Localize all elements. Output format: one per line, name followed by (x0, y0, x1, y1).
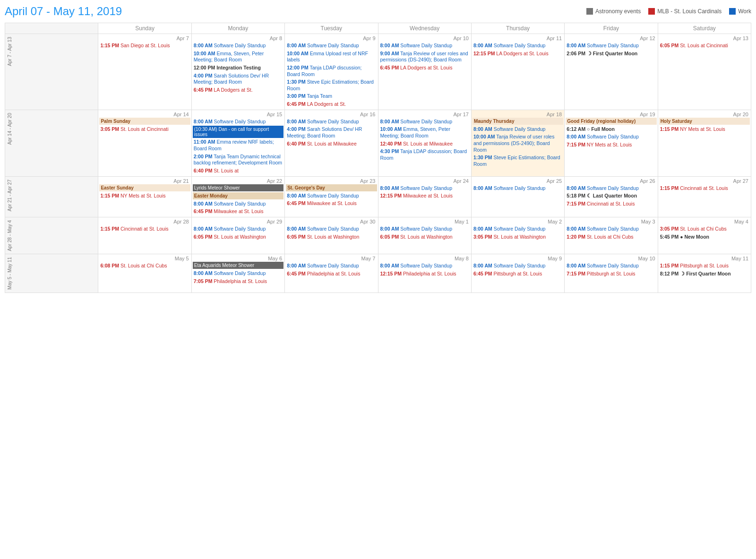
list-item[interactable]: 1:15 PM Cincinnati at St. Louis (659, 185, 750, 192)
list-item[interactable]: 6:45 PM LA Dodgers at St. Louis (379, 64, 470, 72)
list-item[interactable]: 5:18 PM ☾ Last Quarter Moon (566, 192, 656, 200)
table-row: May 108:00 AM Software Daily Standup7:15… (565, 254, 658, 293)
list-item[interactable]: 8:00 AM Software Daily Standup (472, 126, 563, 133)
list-item[interactable]: 6:45 PM LA Dodgers at St. (193, 86, 284, 94)
legend-work-label: Work (738, 8, 751, 15)
list-item[interactable]: 8:00 AM Software Daily Standup (472, 262, 563, 270)
list-item[interactable]: 8:00 AM Software Daily Standup (566, 262, 656, 270)
list-item[interactable]: 12:15 PM LA Dodgers at St. Louis (472, 50, 563, 58)
list-item[interactable]: 8:00 AM Software Daily Standup (286, 118, 377, 126)
list-item[interactable]: 1:15 PM San Diego at St. Louis (99, 42, 190, 50)
list-item[interactable]: 8:00 AM Software Daily Standup (286, 192, 377, 200)
list-item[interactable]: 8:00 AM Software Daily Standup (193, 200, 284, 208)
list-item[interactable]: 2:00 PM Tanja Team Dynamic technical bac… (193, 153, 284, 167)
table-row: Apr 71:15 PM San Diego at St. Louis (98, 34, 191, 110)
dow-sunday: Sunday (98, 23, 191, 34)
list-item[interactable]: 7:05 PM Philadelphia at St. Louis (193, 278, 284, 285)
list-item[interactable]: 12:00 PM Integration Testing (193, 64, 284, 72)
list-item[interactable]: 8:00 AM Software Daily Standup (566, 42, 656, 50)
list-item[interactable]: 8:00 AM Software Daily Standup (566, 133, 656, 141)
list-item[interactable]: 8:00 AM Software Daily Standup (193, 270, 284, 277)
list-item[interactable]: 8:00 AM Software Daily Standup (379, 118, 470, 126)
list-item[interactable]: 1:15 PM NY Mets at St. Louis (659, 126, 750, 133)
list-item[interactable]: (10:30 AM) Dan - on call for support iss… (193, 126, 284, 138)
list-item[interactable]: 6:45 PM Pittsburgh at St. Louis (472, 270, 563, 278)
meteor-banner: Lyrids Meteor Shower (193, 184, 284, 191)
list-item[interactable]: 6:40 PM St. Louis at Milwaukee (286, 140, 377, 148)
list-item[interactable]: 1:20 PM St. Louis at Chi Cubs (566, 233, 656, 241)
list-item[interactable]: 6:05 PM St. Louis at Washington (193, 233, 284, 241)
legend-work: Work (729, 8, 751, 15)
list-item[interactable]: 10:00 AM Emma Upload rest of NRF labels (286, 50, 377, 64)
list-item[interactable]: 10:00 AM Emma, Steven, Peter Meeting; Bo… (379, 126, 470, 139)
list-item[interactable]: 8:00 AM Software Daily Standup (472, 185, 563, 192)
list-item[interactable]: 4:00 PM Sarah Solutions Dev/ HR Meeting;… (286, 126, 377, 139)
list-item[interactable]: 1:30 PM Steve Epic Estimations; Board Ro… (286, 78, 377, 92)
list-item[interactable]: 6:12 AM ○ Full Moon (566, 126, 656, 133)
list-item[interactable]: 8:00 AM Software Daily Standup (566, 185, 656, 192)
list-item[interactable]: 6:05 PM St. Louis at Washington (379, 233, 470, 241)
list-item[interactable]: 7:15 PM Cincinnati at St. Louis (566, 200, 656, 208)
list-item[interactable]: 8:12 PM ☽ First Quarter Moon (659, 270, 750, 278)
list-item[interactable]: 1:15 PM Pittsburgh at St. Louis (659, 262, 750, 270)
list-item[interactable]: 12:15 PM Philadelphia at St. Louis (379, 270, 470, 278)
list-item[interactable]: 3:05 PM St. Louis at Chi Cubs (659, 225, 750, 233)
list-item[interactable]: 4:30 PM Tanja LDAP discussion; Board Roo… (379, 148, 470, 162)
week-label: May 5 - May 11 (5, 254, 98, 293)
list-item[interactable]: 3:00 PM Tanja Team (286, 93, 377, 100)
list-item[interactable]: 6:05 PM St. Louis at Cincinnati (659, 42, 750, 50)
list-item[interactable]: 10:00 AM Emma, Steven, Peter Meeting; Bo… (193, 50, 284, 64)
table-row: Apr 136:05 PM St. Louis at Cincinnati (658, 34, 751, 110)
list-item[interactable]: 8:00 AM Software Daily Standup (472, 225, 563, 233)
list-item[interactable]: 6:45 PM Milwaukee at St. Louis (286, 200, 377, 207)
table-row: Apr 19Good Friday (regional holiday)6:12… (565, 110, 658, 176)
list-item[interactable]: 6:08 PM St. Louis at Chi Cubs (99, 262, 190, 270)
table-row: Apr 23St. George's Day8:00 AM Software D… (285, 176, 378, 217)
list-item[interactable]: 8:00 AM Software Daily Standup (566, 225, 656, 233)
list-item[interactable]: 12:40 PM St. Louis at Milwaukee (379, 140, 470, 148)
date-number: Apr 26 (566, 178, 656, 184)
list-item[interactable]: 8:00 AM Software Daily Standup (472, 42, 563, 50)
list-item[interactable]: 8:00 AM Software Daily Standup (379, 262, 470, 270)
list-item[interactable]: 3:05 PM St. Louis at Washington (472, 233, 563, 241)
list-item[interactable]: 8:00 AM Software Daily Standup (193, 118, 284, 126)
list-item[interactable]: 1:15 PM NY Mets at St. Louis (99, 192, 190, 200)
list-item[interactable]: 3:05 PM St. Louis at Cincinnati (99, 126, 190, 133)
table-row: Apr 271:15 PM Cincinnati at St. Louis (658, 176, 751, 217)
list-item[interactable]: 2:06 PM ☽ First Quarter Moon (566, 50, 656, 58)
list-item[interactable]: 12:00 PM Tanja LDAP discussion; Board Ro… (286, 64, 377, 78)
list-item[interactable]: 6:45 PM Milwaukee at St. Louis (193, 208, 284, 215)
list-item[interactable]: 8:00 AM Software Daily Standup (286, 262, 377, 270)
list-item[interactable]: 6:05 PM St. Louis at Washington (286, 233, 377, 241)
list-item[interactable]: 7:15 PM Pittsburgh at St. Louis (566, 270, 656, 278)
list-item[interactable]: 6:45 PM Philadelphia at St. Louis (286, 270, 377, 278)
list-item[interactable]: 8:00 AM Software Daily Standup (379, 225, 470, 233)
list-item[interactable]: 4:00 PM Sarah Solutions Dev/ HR Meeting;… (193, 72, 284, 86)
list-item[interactable]: 6:45 PM LA Dodgers at St. (286, 101, 377, 108)
list-item[interactable]: 11:00 AM Emma review NRF labels; Board R… (193, 138, 284, 152)
list-item[interactable]: 12:15 PM Milwaukee at St. Louis (379, 192, 470, 200)
date-number: May 4 (659, 218, 750, 225)
date-number: Apr 30 (286, 218, 377, 225)
list-item[interactable]: 9:00 AM Tanja Review of user roles and p… (379, 50, 470, 64)
dow-friday: Friday (565, 23, 658, 34)
list-item[interactable]: 7:15 PM NY Mets at St. Louis (566, 141, 656, 149)
table-row: Apr 88:00 AM Software Daily Standup10:00… (191, 34, 284, 110)
list-item[interactable]: 6:40 PM St. Louis at (193, 167, 284, 175)
list-item[interactable]: 5:45 PM ● New Moon (659, 233, 750, 241)
list-item[interactable]: 8:00 AM Software Daily Standup (193, 42, 284, 50)
list-item[interactable]: 8:00 AM Software Daily Standup (286, 225, 377, 233)
date-number: Apr 24 (379, 178, 470, 184)
date-number: Apr 27 (659, 178, 750, 184)
list-item[interactable]: 1:15 PM Cincinnati at St. Louis (99, 225, 190, 233)
list-item[interactable]: 8:00 AM Software Daily Standup (379, 42, 470, 50)
date-number: Apr 19 (566, 111, 656, 118)
header: April 07 - May 11, 2019 Astronomy events… (5, 5, 751, 18)
list-item[interactable]: 8:00 AM Software Daily Standup (379, 185, 470, 192)
legend-astronomy-label: Astronomy events (595, 8, 641, 15)
list-item[interactable]: 10:00 AM Tanja Review of user roles and … (472, 133, 563, 154)
list-item[interactable]: 8:00 AM Software Daily Standup (193, 225, 284, 233)
list-item[interactable]: 1:30 PM Steve Epic Estimations; Board Ro… (472, 154, 563, 168)
list-item[interactable]: 8:00 AM Software Daily Standup (286, 42, 377, 50)
mlb-color-swatch (648, 8, 655, 15)
